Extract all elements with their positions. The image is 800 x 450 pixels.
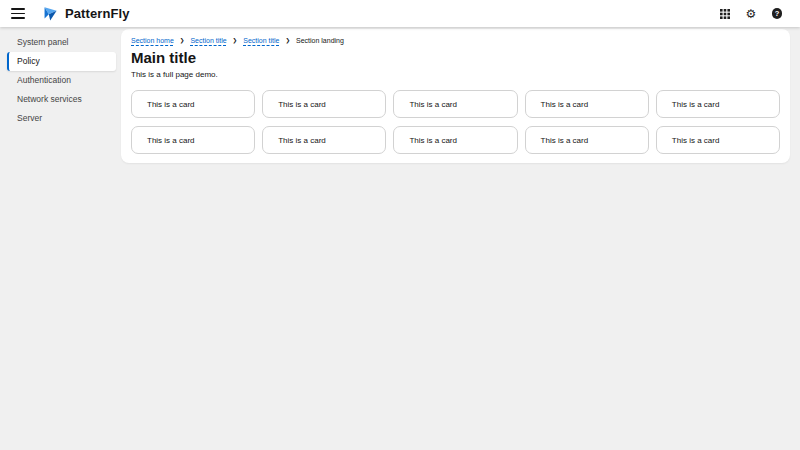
card: This is a card	[656, 126, 780, 154]
page-title: Main title	[131, 49, 780, 66]
patternfly-logo-icon	[41, 5, 58, 22]
content-panel: Section home❯Section title❯Section title…	[121, 29, 790, 163]
hamburger-menu-icon[interactable]	[10, 6, 26, 22]
sidebar-nav: System panelPolicyAuthenticationNetwork …	[0, 27, 121, 450]
card: This is a card	[131, 126, 255, 154]
brand-title: PatternFly	[65, 6, 130, 21]
breadcrumb-link[interactable]: Section title	[243, 37, 279, 44]
card: This is a card	[262, 126, 386, 154]
page-description: This is a full page demo.	[131, 70, 780, 80]
card-grid: This is a cardThis is a cardThis is a ca…	[131, 90, 780, 154]
breadcrumb-separator-chevron-icon: ❯	[180, 38, 185, 44]
card: This is a card	[262, 90, 386, 118]
settings-gear-icon[interactable]: ⚙	[742, 5, 760, 23]
sidebar-item-system-panel[interactable]: System panel	[0, 33, 121, 52]
card: This is a card	[525, 90, 649, 118]
breadcrumb-current: Section landing	[296, 37, 344, 44]
app-launcher-grid-icon[interactable]	[716, 5, 734, 23]
breadcrumb: Section home❯Section title❯Section title…	[131, 36, 780, 45]
breadcrumb-separator-chevron-icon: ❯	[285, 38, 290, 44]
sidebar-item-policy[interactable]: Policy	[7, 52, 116, 71]
card: This is a card	[393, 126, 517, 154]
brand[interactable]: PatternFly	[41, 5, 130, 22]
breadcrumb-separator-chevron-icon: ❯	[233, 38, 238, 44]
masthead-toolbar: ⚙ ?	[716, 5, 786, 23]
sidebar-item-network-services[interactable]: Network services	[0, 90, 121, 109]
card: This is a card	[393, 90, 517, 118]
breadcrumb-link[interactable]: Section home	[131, 37, 174, 44]
breadcrumb-link[interactable]: Section title	[190, 37, 226, 44]
card: This is a card	[525, 126, 649, 154]
masthead: PatternFly ⚙ ?	[0, 0, 800, 27]
help-icon[interactable]: ?	[768, 5, 786, 23]
sidebar-item-server[interactable]: Server	[0, 109, 121, 128]
card: This is a card	[131, 90, 255, 118]
card: This is a card	[656, 90, 780, 118]
sidebar-item-authentication[interactable]: Authentication	[0, 71, 121, 90]
